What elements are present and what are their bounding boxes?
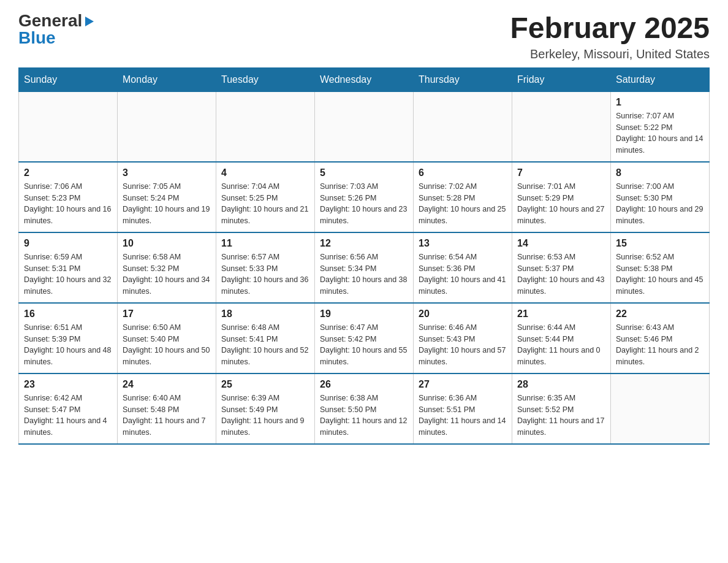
day-info: Sunrise: 6:57 AM Sunset: 5:33 PM Dayligh… [221, 251, 309, 297]
day-number: 25 [221, 379, 309, 390]
calendar-week-4: 16Sunrise: 6:51 AM Sunset: 5:39 PM Dayli… [19, 303, 710, 373]
calendar-cell: 4Sunrise: 7:04 AM Sunset: 5:25 PM Daylig… [216, 162, 315, 232]
calendar-cell: 20Sunrise: 6:46 AM Sunset: 5:43 PM Dayli… [414, 303, 512, 373]
day-number: 28 [517, 379, 605, 390]
day-info: Sunrise: 7:00 AM Sunset: 5:30 PM Dayligh… [616, 181, 704, 227]
day-number: 7 [517, 167, 605, 178]
calendar-cell: 27Sunrise: 6:36 AM Sunset: 5:51 PM Dayli… [414, 373, 512, 444]
day-number: 18 [221, 308, 309, 320]
day-number: 11 [221, 238, 309, 249]
day-number: 4 [221, 167, 309, 178]
calendar-cell: 24Sunrise: 6:40 AM Sunset: 5:48 PM Dayli… [118, 373, 216, 444]
calendar-week-3: 9Sunrise: 6:59 AM Sunset: 5:31 PM Daylig… [19, 232, 710, 303]
calendar-cell: 22Sunrise: 6:43 AM Sunset: 5:46 PM Dayli… [611, 303, 710, 373]
day-info: Sunrise: 6:59 AM Sunset: 5:31 PM Dayligh… [24, 251, 112, 297]
calendar-cell: 17Sunrise: 6:50 AM Sunset: 5:40 PM Dayli… [118, 303, 216, 373]
calendar-cell: 6Sunrise: 7:02 AM Sunset: 5:28 PM Daylig… [414, 162, 512, 232]
calendar-cell: 21Sunrise: 6:44 AM Sunset: 5:44 PM Dayli… [512, 303, 611, 373]
calendar-cell [512, 91, 611, 162]
day-number: 8 [616, 167, 704, 178]
day-number: 24 [123, 379, 211, 390]
day-info: Sunrise: 6:47 AM Sunset: 5:42 PM Dayligh… [320, 322, 408, 368]
calendar-table: SundayMondayTuesdayWednesdayThursdayFrid… [18, 67, 710, 445]
day-info: Sunrise: 6:42 AM Sunset: 5:47 PM Dayligh… [24, 393, 112, 439]
svg-marker-0 [85, 17, 94, 26]
calendar-cell: 26Sunrise: 6:38 AM Sunset: 5:50 PM Dayli… [315, 373, 414, 444]
calendar-cell: 2Sunrise: 7:06 AM Sunset: 5:23 PM Daylig… [19, 162, 118, 232]
day-number: 23 [24, 379, 112, 390]
logo-blue-text: Blue [18, 28, 56, 47]
day-number: 10 [123, 238, 211, 249]
calendar-cell [216, 91, 315, 162]
day-info: Sunrise: 7:07 AM Sunset: 5:22 PM Dayligh… [616, 110, 704, 156]
calendar-cell: 23Sunrise: 6:42 AM Sunset: 5:47 PM Dayli… [19, 373, 118, 444]
day-info: Sunrise: 6:51 AM Sunset: 5:39 PM Dayligh… [24, 322, 112, 368]
weekday-header-wednesday: Wednesday [315, 67, 414, 91]
calendar-cell [414, 91, 512, 162]
day-number: 22 [616, 308, 704, 320]
day-info: Sunrise: 6:38 AM Sunset: 5:50 PM Dayligh… [320, 393, 408, 439]
day-info: Sunrise: 6:39 AM Sunset: 5:49 PM Dayligh… [221, 393, 309, 439]
calendar-cell: 18Sunrise: 6:48 AM Sunset: 5:41 PM Dayli… [216, 303, 315, 373]
calendar-cell: 9Sunrise: 6:59 AM Sunset: 5:31 PM Daylig… [19, 232, 118, 303]
day-number: 15 [616, 238, 704, 249]
calendar-cell: 13Sunrise: 6:54 AM Sunset: 5:36 PM Dayli… [414, 232, 512, 303]
day-number: 12 [320, 238, 408, 249]
day-info: Sunrise: 6:36 AM Sunset: 5:51 PM Dayligh… [419, 393, 507, 439]
day-number: 27 [419, 379, 507, 390]
logo-general-text: General [18, 12, 82, 29]
day-info: Sunrise: 7:04 AM Sunset: 5:25 PM Dayligh… [221, 181, 309, 227]
day-number: 5 [320, 167, 408, 178]
page-header: General Blue February 2025 Berkeley, Mis… [18, 12, 710, 61]
day-info: Sunrise: 6:35 AM Sunset: 5:52 PM Dayligh… [517, 393, 605, 439]
day-number: 1 [616, 97, 704, 108]
day-info: Sunrise: 6:54 AM Sunset: 5:36 PM Dayligh… [419, 251, 507, 297]
calendar-cell: 15Sunrise: 6:52 AM Sunset: 5:38 PM Dayli… [611, 232, 710, 303]
calendar-cell [315, 91, 414, 162]
calendar-cell [118, 91, 216, 162]
month-title: February 2025 [510, 12, 710, 45]
calendar-cell: 5Sunrise: 7:03 AM Sunset: 5:26 PM Daylig… [315, 162, 414, 232]
day-number: 26 [320, 379, 408, 390]
weekday-header-friday: Friday [512, 67, 611, 91]
day-number: 9 [24, 238, 112, 249]
title-section: February 2025 Berkeley, Missouri, United… [510, 12, 710, 61]
day-info: Sunrise: 6:40 AM Sunset: 5:48 PM Dayligh… [123, 393, 211, 439]
day-info: Sunrise: 6:50 AM Sunset: 5:40 PM Dayligh… [123, 322, 211, 368]
calendar-cell [19, 91, 118, 162]
day-number: 3 [123, 167, 211, 178]
day-info: Sunrise: 6:44 AM Sunset: 5:44 PM Dayligh… [517, 322, 605, 368]
calendar-cell: 12Sunrise: 6:56 AM Sunset: 5:34 PM Dayli… [315, 232, 414, 303]
calendar-cell: 8Sunrise: 7:00 AM Sunset: 5:30 PM Daylig… [611, 162, 710, 232]
calendar-cell: 14Sunrise: 6:53 AM Sunset: 5:37 PM Dayli… [512, 232, 611, 303]
weekday-header-monday: Monday [118, 67, 216, 91]
day-number: 2 [24, 167, 112, 178]
calendar-cell: 28Sunrise: 6:35 AM Sunset: 5:52 PM Dayli… [512, 373, 611, 444]
calendar-cell: 3Sunrise: 7:05 AM Sunset: 5:24 PM Daylig… [118, 162, 216, 232]
calendar-header: SundayMondayTuesdayWednesdayThursdayFrid… [19, 67, 710, 91]
day-info: Sunrise: 6:43 AM Sunset: 5:46 PM Dayligh… [616, 322, 704, 368]
calendar-cell: 7Sunrise: 7:01 AM Sunset: 5:29 PM Daylig… [512, 162, 611, 232]
day-info: Sunrise: 7:06 AM Sunset: 5:23 PM Dayligh… [24, 181, 112, 227]
calendar-cell: 1Sunrise: 7:07 AM Sunset: 5:22 PM Daylig… [611, 91, 710, 162]
day-info: Sunrise: 6:46 AM Sunset: 5:43 PM Dayligh… [419, 322, 507, 368]
day-info: Sunrise: 7:02 AM Sunset: 5:28 PM Dayligh… [419, 181, 507, 227]
day-info: Sunrise: 7:03 AM Sunset: 5:26 PM Dayligh… [320, 181, 408, 227]
day-number: 13 [419, 238, 507, 249]
day-number: 20 [419, 308, 507, 320]
weekday-header-thursday: Thursday [414, 67, 512, 91]
calendar-cell: 19Sunrise: 6:47 AM Sunset: 5:42 PM Dayli… [315, 303, 414, 373]
day-info: Sunrise: 6:52 AM Sunset: 5:38 PM Dayligh… [616, 251, 704, 297]
calendar-cell: 25Sunrise: 6:39 AM Sunset: 5:49 PM Dayli… [216, 373, 315, 444]
day-info: Sunrise: 6:48 AM Sunset: 5:41 PM Dayligh… [221, 322, 309, 368]
day-number: 21 [517, 308, 605, 320]
calendar-week-5: 23Sunrise: 6:42 AM Sunset: 5:47 PM Dayli… [19, 373, 710, 444]
calendar-week-2: 2Sunrise: 7:06 AM Sunset: 5:23 PM Daylig… [19, 162, 710, 232]
day-info: Sunrise: 7:05 AM Sunset: 5:24 PM Dayligh… [123, 181, 211, 227]
day-number: 16 [24, 308, 112, 320]
day-number: 6 [419, 167, 507, 178]
day-info: Sunrise: 6:53 AM Sunset: 5:37 PM Dayligh… [517, 251, 605, 297]
day-info: Sunrise: 6:56 AM Sunset: 5:34 PM Dayligh… [320, 251, 408, 297]
weekday-header-sunday: Sunday [19, 67, 118, 91]
logo-triangle-icon [84, 15, 95, 29]
